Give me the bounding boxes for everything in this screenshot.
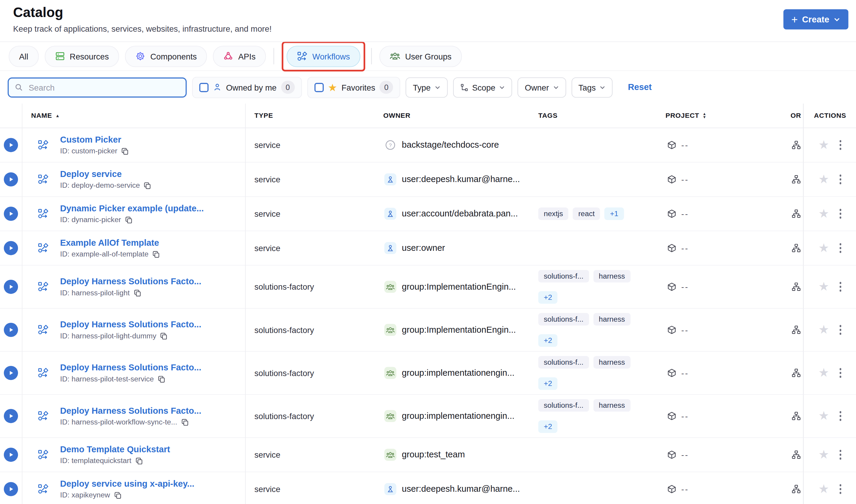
tags-dropdown[interactable]: Tags	[571, 77, 613, 97]
copy-icon[interactable]	[158, 375, 166, 383]
run-workflow-button[interactable]	[4, 366, 18, 380]
run-workflow-button[interactable]	[4, 138, 18, 152]
copy-icon[interactable]	[152, 250, 160, 258]
org-chart-icon[interactable]	[792, 209, 801, 218]
favorite-star-button[interactable]: ★	[818, 139, 829, 151]
tab-components[interactable]: Components	[125, 46, 207, 67]
tags-more-pill[interactable]: +2	[538, 377, 558, 390]
run-workflow-button[interactable]	[4, 241, 18, 255]
run-cell	[0, 472, 22, 504]
row-menu-button[interactable]	[838, 208, 843, 220]
owned-by-me-filter[interactable]: Owned by me 0	[192, 76, 302, 98]
row-menu-button[interactable]	[838, 448, 843, 461]
workflow-name-link[interactable]: Deploy Harness Solutions Facto...	[60, 277, 202, 287]
org-chart-icon[interactable]	[792, 175, 801, 184]
type-dropdown[interactable]: Type	[406, 77, 448, 97]
copy-icon[interactable]	[181, 418, 189, 426]
tab-user-groups[interactable]: User Groups	[379, 46, 462, 67]
tab-workflows[interactable]: Workflows	[287, 46, 360, 67]
copy-icon[interactable]	[114, 491, 121, 499]
tags-more-pill[interactable]: +2	[538, 291, 558, 304]
play-icon	[8, 176, 14, 183]
run-workflow-button[interactable]	[4, 448, 18, 462]
type-dropdown-label: Type	[413, 83, 430, 92]
run-workflow-button[interactable]	[4, 323, 18, 337]
org-chart-icon[interactable]	[792, 485, 801, 494]
row-menu-button[interactable]	[838, 483, 843, 496]
org-chart-icon[interactable]	[792, 141, 801, 150]
owned-by-me-checkbox[interactable]	[199, 83, 209, 92]
workflow-name-link[interactable]: Deploy Harness Solutions Facto...	[60, 363, 202, 373]
org-chart-icon[interactable]	[792, 411, 801, 420]
workflow-name-link[interactable]: Example AllOf Template	[60, 238, 160, 248]
favorite-star-button[interactable]: ★	[818, 174, 829, 185]
row-menu-button[interactable]	[838, 139, 843, 151]
favorite-star-button[interactable]: ★	[818, 208, 829, 220]
workflow-name-link[interactable]: Custom Picker	[60, 135, 129, 145]
reset-filters-link[interactable]: Reset	[628, 82, 652, 92]
name-cell: Deploy service using x-api-key... ID: xa…	[60, 479, 194, 499]
workflow-name-link[interactable]: Deploy Harness Solutions Facto...	[60, 320, 202, 330]
favorite-star-button[interactable]: ★	[818, 324, 829, 336]
favorite-star-button[interactable]: ★	[818, 242, 829, 254]
workflow-name-link[interactable]: Dynamic Picker example (update...	[60, 203, 204, 213]
run-workflow-button[interactable]	[4, 206, 18, 221]
favorite-star-button[interactable]: ★	[818, 410, 829, 422]
org-chart-icon[interactable]	[792, 450, 801, 460]
favorite-star-button[interactable]: ★	[818, 449, 829, 461]
org-chart-icon[interactable]	[792, 243, 801, 253]
copy-icon[interactable]	[134, 289, 141, 297]
copy-icon[interactable]	[160, 332, 168, 340]
favorite-star-button[interactable]: ★	[818, 281, 829, 293]
tag-pill: harness	[593, 399, 630, 412]
row-menu-button[interactable]	[838, 281, 843, 293]
workflow-type-icon	[38, 281, 49, 292]
tab-all[interactable]: All	[9, 46, 39, 67]
run-cell	[0, 128, 22, 162]
actions-cell: ★	[803, 266, 856, 308]
column-header-project[interactable]: PROJECT ▲▼	[665, 112, 706, 120]
org-chart-icon[interactable]	[792, 282, 801, 291]
run-workflow-button[interactable]	[4, 482, 18, 496]
workflow-name-link[interactable]: Deploy service using x-api-key...	[60, 479, 194, 489]
copy-icon[interactable]	[125, 216, 133, 223]
run-workflow-button[interactable]	[4, 172, 18, 186]
scope-dropdown[interactable]: Scope	[453, 77, 512, 97]
workflow-name-link[interactable]: Deploy Harness Solutions Facto...	[60, 406, 202, 416]
owner-dropdown[interactable]: Owner	[518, 77, 566, 97]
org-chart-icon[interactable]	[792, 325, 801, 335]
owner-cell: ? user:owner	[384, 242, 445, 254]
tags-more-pill[interactable]: +1	[604, 208, 624, 220]
tags-more-pill[interactable]: +2	[538, 334, 558, 347]
copy-icon[interactable]	[144, 181, 151, 189]
favorites-checkbox[interactable]	[314, 83, 324, 92]
copy-icon[interactable]	[135, 457, 143, 465]
tab-resources[interactable]: Resources	[45, 46, 119, 67]
workflow-name-link[interactable]: Deploy service	[60, 169, 151, 179]
row-menu-button[interactable]	[838, 241, 843, 254]
column-header-name[interactable]: NAME ▲	[31, 112, 60, 120]
run-workflow-button[interactable]	[4, 409, 18, 423]
workflow-id-line: ID: xapikeynew	[60, 491, 194, 499]
favorites-filter[interactable]: ★ Favorites 0	[307, 76, 400, 98]
create-button[interactable]: + Create	[783, 9, 849, 29]
package-icon	[667, 141, 677, 150]
search-input[interactable]	[28, 82, 179, 93]
row-menu-button[interactable]	[838, 323, 843, 336]
workflow-name-link[interactable]: Demo Template Quickstart	[60, 445, 170, 454]
row-menu-button[interactable]	[838, 410, 843, 422]
owner-text: user:deepesh.kumar@harne...	[402, 484, 520, 494]
tag-pill: solutions-f...	[538, 356, 589, 368]
chevron-down-icon	[434, 84, 441, 90]
filter-bar: Owned by me 0 ★ Favorites 0 Type Scope O…	[0, 71, 856, 104]
org-chart-icon[interactable]	[792, 368, 801, 378]
tab-apis[interactable]: APIs	[213, 46, 266, 67]
favorite-star-button[interactable]: ★	[818, 367, 829, 379]
tags-more-pill[interactable]: +2	[538, 420, 558, 433]
copy-icon[interactable]	[121, 147, 129, 155]
row-menu-button[interactable]	[838, 173, 843, 186]
row-menu-button[interactable]	[838, 366, 843, 379]
run-workflow-button[interactable]	[4, 280, 18, 294]
favorite-star-button[interactable]: ★	[818, 483, 829, 495]
run-cell	[0, 308, 22, 351]
